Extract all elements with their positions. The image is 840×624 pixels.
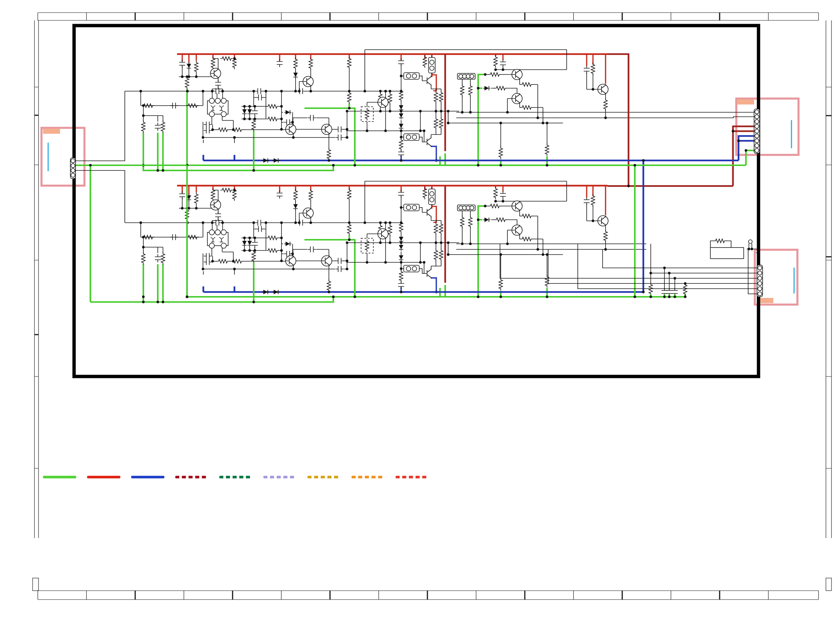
connector-top-right[interactable] (754, 109, 791, 153)
border-ruler-bands (32, 12, 831, 599)
legend-item-solid-green[interactable] (43, 476, 76, 478)
legend-item-dashed-light-red[interactable] (396, 476, 429, 478)
connector-bottom-right[interactable] (757, 265, 794, 297)
legend-item-dashed-orange[interactable] (351, 476, 385, 478)
legend-item-dashed-lavender[interactable] (264, 476, 297, 478)
circuit-channel-bottom[interactable] (125, 181, 646, 302)
legend-item-dashed-dark-red[interactable] (175, 476, 208, 478)
connector-highlight-boxes (42, 99, 798, 304)
schematic-page (0, 0, 840, 624)
schematic-canvas (0, 0, 840, 624)
connector-left[interactable] (48, 143, 76, 179)
top-right-connector-tab (737, 99, 754, 105)
legend-item-solid-blue[interactable] (131, 476, 165, 478)
legend-item-dashed-dark-green[interactable] (219, 476, 253, 478)
legend-item-solid-red[interactable] (87, 476, 120, 478)
legend (43, 476, 429, 478)
legend-item-dashed-gold[interactable] (307, 476, 341, 478)
circuit-channel-top[interactable] (125, 49, 646, 170)
left-connector-tab (43, 128, 60, 134)
